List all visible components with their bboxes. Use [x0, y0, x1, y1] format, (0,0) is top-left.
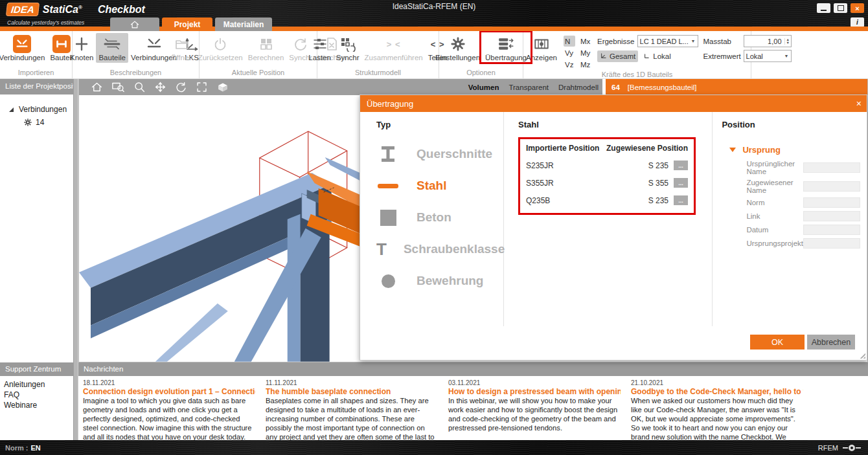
gesamt-toggle[interactable]: Gesamt [597, 50, 638, 62]
group-label-beschreibungen: Beschreibungen [73, 68, 199, 78]
toggle-n[interactable]: N [564, 36, 575, 47]
stahl-header: Stahl [518, 120, 712, 129]
calculator-icon [257, 34, 276, 54]
einstellungen-button[interactable]: Einstellungen [433, 33, 483, 63]
article-title[interactable]: Connection design evolution part 1 – Con… [83, 387, 255, 396]
selection-bar: 64 [Bemessungsbauteil] [606, 79, 867, 95]
panel-splitter[interactable] [73, 78, 78, 362]
fit-view-icon[interactable] [196, 81, 208, 93]
link-faq[interactable]: FAQ [4, 390, 73, 399]
info-button[interactable]: i [851, 17, 864, 27]
toggle-mx[interactable]: Mx [579, 36, 592, 47]
cancel-button[interactable]: Abbrechen [807, 335, 855, 350]
expander-icon[interactable] [9, 107, 14, 112]
ribbon: Verbindungen Bauteil Importieren Knoten … [0, 31, 868, 79]
article-title[interactable]: How to design a prestressed beam with op… [448, 387, 621, 396]
idea-logo: IDEA [6, 3, 40, 16]
toggle-mz[interactable]: Mz [579, 59, 592, 70]
rotate-icon[interactable] [175, 81, 187, 93]
bauteile-button[interactable]: Bauteile [96, 33, 128, 63]
tab-home[interactable] [110, 17, 159, 31]
project-tree: Verbindungen 14 [0, 94, 73, 127]
maximize-icon [838, 5, 844, 11]
browse-material-button[interactable]: ... [674, 178, 688, 188]
tree-node-count[interactable]: 14 [23, 118, 73, 127]
article-date: 18.11.2021 [83, 379, 255, 386]
col-imported: Importierte Position [526, 144, 606, 153]
project-list-panel: Liste der Projektpositione Verbindungen … [0, 78, 73, 362]
import-verbindungen-button[interactable]: Verbindungen [0, 33, 47, 63]
status-bar: Norm : EN RFEM [0, 440, 868, 455]
field-label: Norm [746, 199, 803, 206]
stahl-column: Stahl Importierte Position Zugewiesene P… [504, 112, 713, 326]
source-project-field[interactable] [803, 238, 860, 249]
pan-icon[interactable] [154, 81, 166, 93]
lasten-button[interactable]: Lasten [306, 33, 334, 63]
toggle-my[interactable]: My [579, 47, 592, 58]
typ-item-querschnitte[interactable]: Querschnitte [376, 145, 503, 163]
zuruecksetzen-button: Zurücksetzen [196, 33, 246, 63]
article-title[interactable]: The humble baseplate connection [266, 387, 438, 396]
assigned-name-field[interactable] [803, 181, 860, 192]
mode-transparent[interactable]: Transparent [508, 83, 549, 91]
ok-button[interactable]: OK [750, 335, 805, 350]
zusammenfuehren-button: > < Zusammenführen [362, 33, 426, 63]
norm-field[interactable] [803, 197, 860, 208]
open-folder-icon [172, 34, 192, 54]
maximize-button[interactable] [834, 3, 847, 13]
collapse-arrow-icon[interactable] [729, 148, 736, 152]
toggle-vz[interactable]: Vz [564, 59, 575, 70]
knoten-button[interactable]: Knoten [67, 33, 96, 63]
ribbon-group-importieren: Verbindungen Bauteil Importieren [0, 31, 73, 78]
beam-icon [102, 34, 122, 54]
toggle-vy[interactable]: Vy [564, 47, 575, 58]
tab-projekt[interactable]: Projekt [162, 17, 212, 31]
ribbon-group-optionen: Einstellungen Übertragung Optionen [439, 31, 523, 78]
transfer-icon [496, 34, 516, 54]
typ-item-schraubenklasse[interactable]: T Schraubenklasse [376, 240, 503, 258]
resize-grip[interactable] [859, 352, 865, 359]
synchr-struktur-button[interactable]: Synchr [334, 33, 362, 63]
panel-splitter[interactable] [73, 362, 78, 440]
news-header: Nachrichten [78, 362, 868, 376]
home-view-icon[interactable] [91, 81, 103, 93]
node-icon [72, 34, 91, 54]
minimize-button[interactable] [817, 3, 830, 13]
browse-material-button[interactable]: ... [674, 195, 688, 205]
close-button[interactable]: × [851, 3, 864, 13]
typ-item-bewehrung[interactable]: Bewehrung [376, 272, 503, 290]
field-label: Ursprungsprojekt [746, 239, 803, 247]
zoom-window-icon[interactable] [111, 81, 125, 93]
registered-mark: ® [78, 5, 82, 10]
zoom-icon[interactable] [133, 81, 146, 93]
norm-label: Norm : [5, 444, 28, 452]
ursprung-group[interactable]: Ursprung [722, 145, 860, 155]
material-mapping-highlight: Importierte Position Zugewiesene Positio… [518, 137, 696, 215]
concrete-icon [376, 210, 400, 226]
article-title[interactable]: Goodbye to the Code-Check Manager, hello… [631, 387, 803, 396]
tab-materialien[interactable]: Materialien [215, 17, 272, 31]
tree-node-verbindungen[interactable]: Verbindungen [9, 105, 73, 114]
dialog-header[interactable]: Übertragung × [360, 95, 867, 112]
mode-drahtmodell[interactable]: Drahtmodell [558, 83, 599, 91]
browse-material-button[interactable]: ... [674, 161, 688, 170]
dialog-close-icon[interactable]: × [856, 98, 862, 109]
typ-item-beton[interactable]: Beton [376, 208, 503, 227]
link-webinare[interactable]: Webinare [4, 401, 73, 410]
group-label-optionen: Optionen [439, 68, 523, 78]
bottom-area: Support Zentrum Anleitungen FAQ Webinare… [0, 362, 868, 440]
datum-field[interactable] [803, 225, 860, 235]
uebertragung-button[interactable]: Übertragung [483, 33, 529, 63]
mapping-row: Q235B S 235 ... [526, 195, 688, 205]
lokal-toggle[interactable]: Lokal [641, 50, 674, 62]
ergebnisse-select[interactable]: LC 1 DEAD L... ▼ [637, 35, 698, 47]
link-field[interactable] [803, 211, 860, 221]
typ-item-stahl[interactable]: Stahl [376, 177, 503, 195]
connection-status: RFEM [818, 444, 862, 452]
article-date: 03.11.2021 [448, 379, 621, 386]
imported-material: S235JR [526, 161, 635, 170]
mode-volumen[interactable]: Volumen [468, 83, 499, 91]
original-name-field[interactable] [803, 162, 860, 173]
link-anleitungen[interactable]: Anleitungen [4, 380, 73, 389]
solid-box-icon[interactable] [216, 81, 229, 93]
